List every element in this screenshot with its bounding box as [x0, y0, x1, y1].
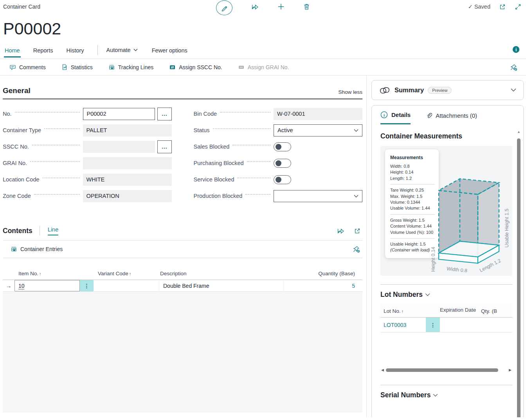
tab-separator [97, 45, 98, 55]
summary-card[interactable]: Summary Preview [371, 80, 524, 100]
lot-numbers-header[interactable]: Lot Numbers [380, 291, 517, 299]
col-expiration-date[interactable]: Expiration Date [440, 307, 481, 314]
fewer-options-button[interactable]: Fewer options [151, 43, 188, 57]
quantity-cell[interactable]: 5 [284, 280, 362, 291]
general-heading: General [3, 86, 31, 95]
show-less-link[interactable]: Show less [338, 89, 362, 95]
unpin-contents-button[interactable] [353, 246, 360, 253]
breadcrumb[interactable]: Container Card [3, 4, 40, 10]
open-in-new-window-button[interactable] [499, 4, 506, 10]
production-blocked-select[interactable] [274, 190, 362, 202]
container-3d-diagram: Height 0.14 Width 0.8 Length 1.2 Usable … [431, 154, 512, 275]
grai-no-value [83, 157, 172, 169]
new-button[interactable] [277, 3, 285, 10]
row-more-options-button[interactable]: ⋮ [80, 280, 94, 291]
saved-check-icon: ✓ [468, 4, 473, 10]
tab-home[interactable]: Home [4, 43, 21, 57]
purchasing-blocked-toggle[interactable] [274, 159, 291, 168]
main-content: General Show less No. … Container Type P… [0, 75, 366, 417]
chevron-down-icon [425, 293, 430, 296]
no-assist-button[interactable]: … [157, 108, 172, 120]
statistics-button[interactable]: Statistics [61, 64, 93, 70]
action-bar: Comments Statistics Tracking Lines Assig… [0, 59, 526, 75]
diagram-height-label: Height 0.14 [431, 247, 436, 272]
svg-text:i: i [384, 113, 385, 117]
scrollbar-thumb[interactable] [517, 138, 521, 417]
comments-button[interactable]: Comments [9, 64, 46, 70]
table-empty-area [3, 292, 362, 413]
page-title: P00002 [3, 20, 526, 38]
chevron-down-icon [354, 195, 358, 197]
chevron-down-icon [433, 394, 438, 397]
col-description[interactable]: Description [159, 271, 284, 276]
general-fields-left: No. … Container Type PALLET SSCC No. … G… [3, 106, 172, 204]
sales-blocked-toggle[interactable] [274, 142, 291, 151]
factbox-tabs: i Details Attachments (0) [380, 111, 517, 124]
measurements-visualization: Measurements Width: 0.8 Height: 0.14 Len… [380, 146, 512, 276]
description-cell[interactable]: Double Bed Frame [159, 280, 284, 291]
summary-expand-button[interactable] [511, 88, 516, 92]
share-button[interactable] [251, 4, 259, 10]
status-select[interactable]: Active [274, 124, 362, 136]
field-production-blocked: Production Blocked [194, 188, 363, 204]
col-qty-base[interactable]: Qty. (B [481, 308, 512, 314]
scroll-left-icon[interactable]: ◀ [381, 368, 384, 372]
resize-diagonal-icon [515, 4, 521, 10]
pin-slash-icon [510, 64, 517, 71]
details-info-icon: i [380, 111, 388, 118]
no-input[interactable] [83, 108, 155, 120]
variant-code-cell[interactable] [94, 280, 159, 291]
col-variant-code[interactable]: Variant Code [94, 271, 159, 276]
col-lot-no[interactable]: Lot No. [380, 308, 440, 314]
assign-sscc-button[interactable]: Assign SSCC No. [169, 64, 222, 70]
tab-attachments[interactable]: Attachments (0) [425, 112, 477, 124]
lot-table-row[interactable]: LOT0003 ⋮ [380, 318, 512, 332]
preview-badge: Preview [428, 87, 452, 94]
container-entries-button[interactable]: Container Entries [11, 246, 63, 252]
trash-icon [303, 3, 310, 10]
lot-no-link[interactable]: LOT0003 [380, 318, 426, 332]
delete-button[interactable] [303, 3, 310, 10]
field-service-blocked: Service Blocked [194, 171, 363, 188]
details-card: i Details Attachments (0) ▲ Container Me… [371, 105, 524, 417]
item-no-cell[interactable]: 10 [14, 280, 80, 291]
lot-table-hscrollbar[interactable]: ◀ ▶ [380, 367, 512, 373]
table-row[interactable]: → 10 ⋮ Double Bed Frame 5 [3, 280, 362, 292]
col-quantity-base[interactable]: Quantity (Base) [284, 271, 362, 276]
open-in-window-icon[interactable] [354, 228, 361, 234]
sscc-assist-button[interactable]: … [157, 140, 172, 153]
service-blocked-toggle[interactable] [274, 175, 291, 184]
tab-line[interactable]: Line [48, 226, 58, 235]
field-sscc-no: SSCC No. … [3, 138, 172, 155]
scroll-right-icon[interactable]: ▶ [509, 368, 512, 372]
statistics-icon [61, 64, 68, 70]
field-status: Status Active [194, 122, 363, 138]
serial-numbers-header[interactable]: Serial Numbers [380, 391, 517, 399]
general-section-header: General Show less [3, 75, 362, 99]
tab-details[interactable]: i Details [380, 111, 411, 124]
unpin-actionbar-button[interactable] [510, 64, 517, 71]
field-bin-code: Bin Code W-07-0001 [194, 106, 363, 122]
chevron-down-icon [133, 48, 138, 51]
diagram-usable-height-label: Usable Height 1.5 [504, 209, 510, 248]
assign-sscc-icon [169, 64, 176, 70]
automate-menu[interactable]: Automate [106, 47, 138, 53]
field-sales-blocked: Sales Blocked [194, 138, 363, 155]
assign-grai-button[interactable]: Assign GRAI No. [238, 64, 289, 70]
items-table-header: Item No. Variant Code Description Quanti… [3, 271, 362, 280]
hscrollbar-thumb[interactable] [386, 368, 499, 372]
tab-reports[interactable]: Reports [32, 43, 54, 57]
resize-window-button[interactable] [515, 4, 521, 10]
details-scrollbar[interactable]: ▲ [516, 130, 521, 417]
edit-button[interactable] [216, 0, 232, 15]
scroll-up-icon[interactable]: ▲ [517, 130, 521, 134]
tab-history[interactable]: History [65, 43, 85, 57]
info-button[interactable]: i [512, 46, 520, 53]
comments-icon [9, 64, 16, 70]
share-icon[interactable] [337, 228, 344, 234]
lot-row-more-options-button[interactable]: ⋮ [426, 318, 440, 332]
col-item-no[interactable]: Item No. [14, 271, 80, 276]
tracking-lines-button[interactable]: Tracking Lines [108, 64, 154, 70]
save-status: ✓ Saved [468, 4, 490, 10]
popout-icon [499, 4, 506, 10]
